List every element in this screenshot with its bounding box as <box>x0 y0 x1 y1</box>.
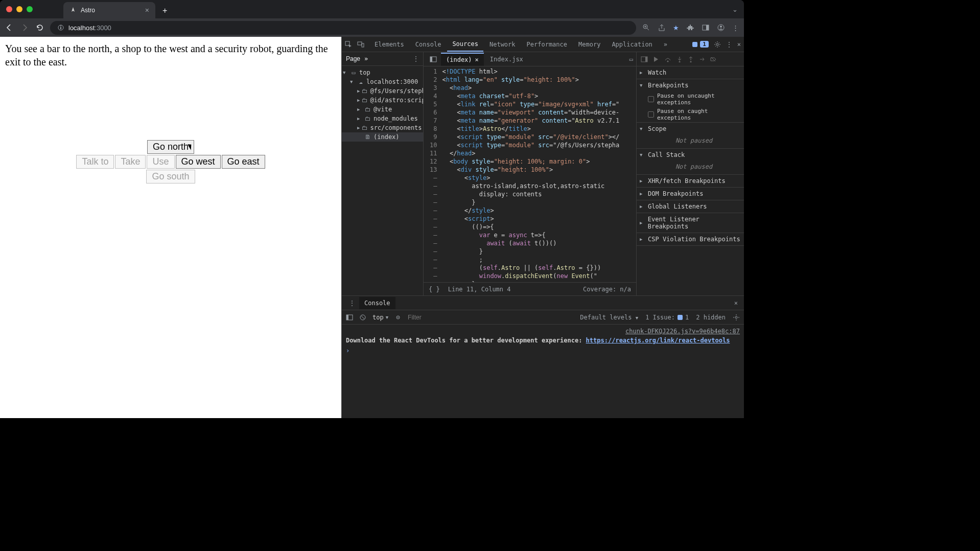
scope-section[interactable]: ▼Scope <box>637 123 744 135</box>
nav-more-icon[interactable]: ⋮ <box>413 55 419 62</box>
message-source-link[interactable]: chunk-DFKQJ226.js?v=9e6b4e8c:87 <box>625 328 740 335</box>
window-expand-icon[interactable]: ⌄ <box>732 6 738 13</box>
console-context-select[interactable]: top▼ <box>372 314 388 321</box>
live-expression-icon[interactable] <box>394 314 402 321</box>
console-prompt[interactable]: › <box>346 347 740 354</box>
site-info-icon[interactable] <box>57 24 64 31</box>
go-west-button[interactable]: Go west <box>176 155 221 169</box>
pause-caught-checkbox[interactable]: Pause on caught exceptions <box>637 107 744 122</box>
tree-folder-astro-scripts[interactable]: ▶🗀@id/astro:scripts <box>342 96 423 105</box>
tab-console[interactable]: Console <box>410 38 447 51</box>
console-settings-icon[interactable] <box>733 314 740 321</box>
settings-icon[interactable] <box>714 41 721 48</box>
page-nav-tab[interactable]: Page <box>346 55 360 62</box>
log-levels-select[interactable]: Default levels ▼ <box>580 314 638 321</box>
bookmark-icon[interactable]: ★ <box>673 24 679 32</box>
tab-overflow-icon[interactable]: » <box>659 38 672 51</box>
issues-indicator[interactable]: 1 <box>692 41 709 48</box>
step-icon[interactable] <box>699 56 705 62</box>
talk-to-button[interactable]: Talk to <box>76 155 114 169</box>
tab-elements[interactable]: Elements <box>369 38 409 51</box>
close-devtools-button[interactable]: × <box>737 41 741 48</box>
step-over-icon[interactable] <box>664 56 671 62</box>
nav-overflow-icon[interactable]: » <box>364 55 368 62</box>
csp-section[interactable]: ▶CSP Violation Breakpoints <box>637 233 744 245</box>
address-bar[interactable]: localhost:3000 <box>50 21 636 35</box>
editor-tab-indexjsx[interactable]: Index.jsx <box>485 53 528 65</box>
step-out-icon[interactable] <box>688 56 694 62</box>
devtools-panel: Elements Console Sources Network Perform… <box>341 37 744 418</box>
device-toggle-icon[interactable] <box>357 41 364 48</box>
back-button[interactable] <box>5 24 13 32</box>
devtools-menu-icon[interactable]: ⋮ <box>726 41 732 48</box>
close-editor-tab-icon[interactable]: × <box>475 56 479 63</box>
pretty-print-icon[interactable]: { } <box>429 286 440 293</box>
console-message: chunk-DFKQJ226.js?v=9e6b4e8c:87 <box>346 327 740 336</box>
tab-performance[interactable]: Performance <box>522 38 572 51</box>
profile-icon[interactable] <box>717 24 725 32</box>
close-tab-button[interactable]: × <box>145 6 149 14</box>
clear-console-icon[interactable] <box>359 314 366 321</box>
console-filter[interactable] <box>408 314 574 321</box>
close-window-button[interactable] <box>6 6 12 12</box>
global-listeners-section[interactable]: ▶Global Listeners <box>637 200 744 213</box>
new-tab-button[interactable]: + <box>159 3 170 18</box>
share-icon[interactable] <box>658 24 666 32</box>
go-east-button[interactable]: Go east <box>222 155 265 169</box>
tab-application[interactable]: Application <box>606 38 657 51</box>
close-drawer-button[interactable]: × <box>731 300 741 307</box>
cursor-position: Line 11, Column 4 <box>448 286 511 293</box>
maximize-window-button[interactable] <box>27 6 33 12</box>
tree-folder-fs[interactable]: ▶🗀@fs/Users/stepha <box>342 86 423 96</box>
window-titlebar: Astro × + ⌄ <box>0 0 744 18</box>
menu-icon[interactable]: ⋮ <box>732 24 739 32</box>
event-listener-bp-section[interactable]: ▶Event Listener Breakpoints <box>637 213 744 233</box>
use-button[interactable]: Use <box>147 155 174 169</box>
tree-file-index[interactable]: 🗎(index) <box>342 132 423 142</box>
browser-tab[interactable]: Astro × <box>63 2 155 18</box>
side-panel-icon[interactable] <box>702 24 710 32</box>
go-north-button[interactable]: Go north <box>147 140 194 154</box>
console-message-text: Download the React DevTools for a better… <box>346 336 740 345</box>
callstack-section[interactable]: ▼Call Stack <box>637 149 744 161</box>
editor-new-snippet-icon[interactable]: ▭ <box>629 56 633 63</box>
extensions-icon[interactable] <box>686 24 694 32</box>
tab-network[interactable]: Network <box>484 38 521 51</box>
forward-button[interactable] <box>20 24 29 32</box>
tree-folder-src-components[interactable]: ▶🗀src/components <box>342 123 423 132</box>
tree-folder-node-modules[interactable]: ▶🗀node_modules <box>342 114 423 123</box>
step-into-icon[interactable] <box>676 56 683 62</box>
deactivate-breakpoints-icon[interactable] <box>710 56 716 62</box>
react-devtools-link[interactable]: https://reactjs.org/link/react-devtools <box>586 337 730 344</box>
toggle-debugger-icon[interactable] <box>641 56 648 63</box>
console-filter-input[interactable] <box>408 314 574 321</box>
tab-memory[interactable]: Memory <box>573 38 605 51</box>
console-issues-link[interactable]: 1 Issue: 1 <box>645 314 689 321</box>
tree-host[interactable]: ▼☁localhost:3000 <box>342 77 423 86</box>
go-south-button[interactable]: Go south <box>146 170 195 183</box>
drawer-tab-console[interactable]: Console <box>359 297 395 309</box>
breakpoints-section[interactable]: ▼Breakpoints <box>637 79 744 91</box>
code-area[interactable]: <!DOCTYPE html><html lang="en" style="he… <box>440 66 621 282</box>
resume-icon[interactable] <box>653 56 659 62</box>
dom-bp-section[interactable]: ▶DOM Breakpoints <box>637 188 744 200</box>
reload-button[interactable] <box>36 24 44 32</box>
inspect-element-icon[interactable] <box>345 41 352 48</box>
toggle-navigator-icon[interactable] <box>427 56 440 63</box>
zoom-icon[interactable] <box>642 24 650 32</box>
hidden-messages[interactable]: 2 hidden <box>696 314 726 321</box>
console-sidebar-toggle-icon[interactable] <box>346 314 353 321</box>
xhr-section[interactable]: ▶XHR/fetch Breakpoints <box>637 175 744 187</box>
take-button[interactable]: Take <box>115 155 146 169</box>
tree-folder-vite[interactable]: ▶🗀@vite <box>342 105 423 114</box>
tab-sources[interactable]: Sources <box>447 37 483 52</box>
minimize-window-button[interactable] <box>16 6 22 12</box>
drawer-menu-icon[interactable]: ⋮ <box>345 300 359 307</box>
svg-rect-9 <box>358 42 362 45</box>
watch-section[interactable]: ▶Watch <box>637 66 744 79</box>
pause-uncaught-checkbox[interactable]: Pause on uncaught exceptions <box>637 91 744 107</box>
tree-top[interactable]: ▼▭top <box>342 68 423 77</box>
issues-count: 1 <box>700 41 709 48</box>
editor-tab-index[interactable]: (index)× <box>441 53 484 66</box>
svg-rect-21 <box>346 315 348 320</box>
